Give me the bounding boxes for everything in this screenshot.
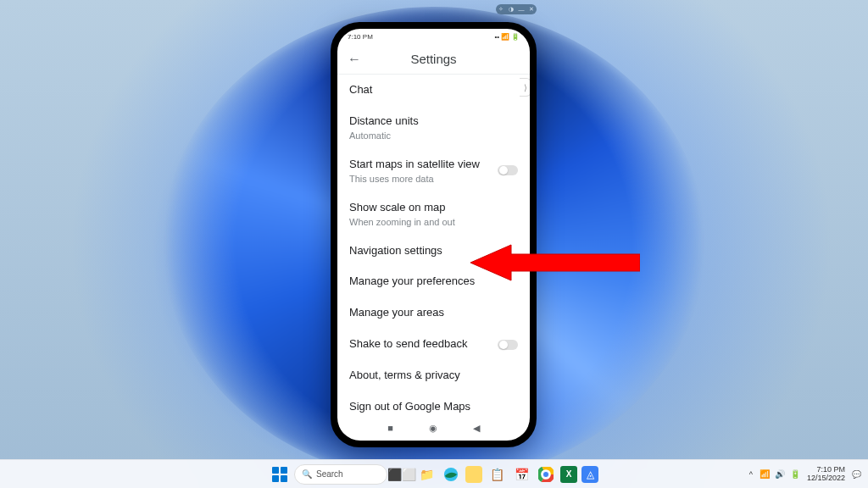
setting-navigation[interactable]: Navigation settings (337, 236, 530, 267)
nav-back-icon[interactable]: ◀ (473, 423, 480, 434)
start-button[interactable] (270, 464, 290, 485)
setting-title: Start maps in satellite view (349, 158, 480, 172)
screenshot-toolbar[interactable]: ✧ ◑ — ✕ (496, 4, 537, 14)
chrome-icon[interactable] (536, 464, 556, 485)
setting-title: Shake to send feedback (349, 337, 468, 352)
setting-title: Navigation settings (349, 244, 442, 258)
setting-chat[interactable]: Chat (337, 75, 530, 106)
pin-icon[interactable]: ✧ (498, 6, 504, 13)
wifi-icon[interactable]: 📶 (760, 469, 770, 479)
clock-date: 12/15/2022 (807, 474, 845, 483)
nav-home-icon[interactable]: ◉ (429, 423, 437, 434)
setting-title: Manage your preferences (349, 274, 475, 289)
nav-recent-icon[interactable]: ■ (387, 423, 393, 433)
phone-statusbar: 7:10 PM ••📶🔋 (337, 29, 530, 44)
system-tray[interactable]: ^ 📶 🔊 🔋 7:10 PM 12/15/2022 💬 (749, 466, 861, 483)
setting-title: Distance units (349, 114, 419, 129)
setting-distance-units[interactable]: Distance units Automatic (337, 106, 530, 149)
speaker-icon[interactable]: 🔊 (775, 469, 785, 479)
side-drawer-tab[interactable]: ⟩ (520, 78, 530, 97)
setting-about[interactable]: About, terms & privacy (337, 360, 530, 391)
battery-icon[interactable]: 🔋 (790, 469, 800, 479)
setting-sub: Automatic (349, 130, 419, 141)
setting-title: About, terms & privacy (349, 369, 460, 383)
taskbar-center: 🔍 Search ⬛⬜ 📁 📋 📅 X ◬ (270, 464, 598, 485)
windows-taskbar[interactable]: 🔍 Search ⬛⬜ 📁 📋 📅 X ◬ ^ 📶 🔊 🔋 7:10 PM 12… (0, 459, 868, 488)
notifications-icon[interactable]: 💬 (852, 470, 861, 479)
android-nav-bar: ■ ◉ ◀ (337, 415, 530, 441)
setting-title: Show scale on map (349, 201, 455, 215)
page-title: Settings (348, 52, 520, 66)
app-icon-3[interactable]: 📅 (511, 464, 531, 485)
setting-show-scale[interactable]: Show scale on map When zooming in and ou… (337, 192, 530, 236)
excel-icon[interactable]: X (560, 466, 577, 483)
tray-chevron-icon[interactable]: ^ (749, 470, 753, 479)
close-icon[interactable]: ✕ (529, 6, 534, 13)
status-icons: ••📶🔋 (494, 33, 520, 41)
toggle-switch[interactable] (498, 340, 518, 350)
setting-satellite-view[interactable]: Start maps in satellite view This uses m… (337, 149, 530, 192)
setting-manage-areas[interactable]: Manage your areas (337, 297, 530, 329)
status-time: 7:10 PM (348, 33, 373, 41)
task-view-icon[interactable]: ⬛⬜ (392, 464, 412, 485)
edge-icon[interactable] (441, 464, 461, 485)
minimize-icon[interactable]: — (518, 7, 524, 13)
setting-sub: This uses more data (349, 174, 480, 184)
toggle-switch[interactable] (498, 165, 518, 175)
setting-manage-preferences[interactable]: Manage your preferences (337, 266, 530, 297)
setting-title: Manage your areas (349, 306, 444, 320)
app-header: ← Settings (337, 44, 530, 75)
phone-screen: 7:10 PM ••📶🔋 ← Settings ⟩ Chat Distance … (337, 29, 530, 441)
app-icon-2[interactable]: 📋 (487, 464, 507, 485)
setting-title: Chat (349, 83, 372, 97)
setting-sign-out[interactable]: Sign out of Google Maps (337, 391, 530, 415)
setting-title: Sign out of Google Maps (349, 400, 470, 414)
settings-list[interactable]: Chat Distance units Automatic Start maps… (337, 75, 530, 415)
setting-shake-feedback[interactable]: Shake to send feedback (337, 329, 530, 360)
search-icon: 🔍 (302, 469, 312, 479)
app-icon-blue[interactable]: ◬ (581, 466, 598, 483)
explorer-icon[interactable]: 📁 (416, 464, 437, 485)
app-icon-1[interactable] (465, 466, 482, 483)
taskbar-search[interactable]: 🔍 Search (294, 464, 387, 485)
search-placeholder: Search (316, 469, 343, 479)
phone-frame: 7:10 PM ••📶🔋 ← Settings ⟩ Chat Distance … (331, 22, 537, 447)
taskbar-clock[interactable]: 7:10 PM 12/15/2022 (807, 466, 845, 483)
setting-sub: When zooming in and out (349, 217, 455, 227)
opacity-icon[interactable]: ◑ (509, 6, 514, 13)
